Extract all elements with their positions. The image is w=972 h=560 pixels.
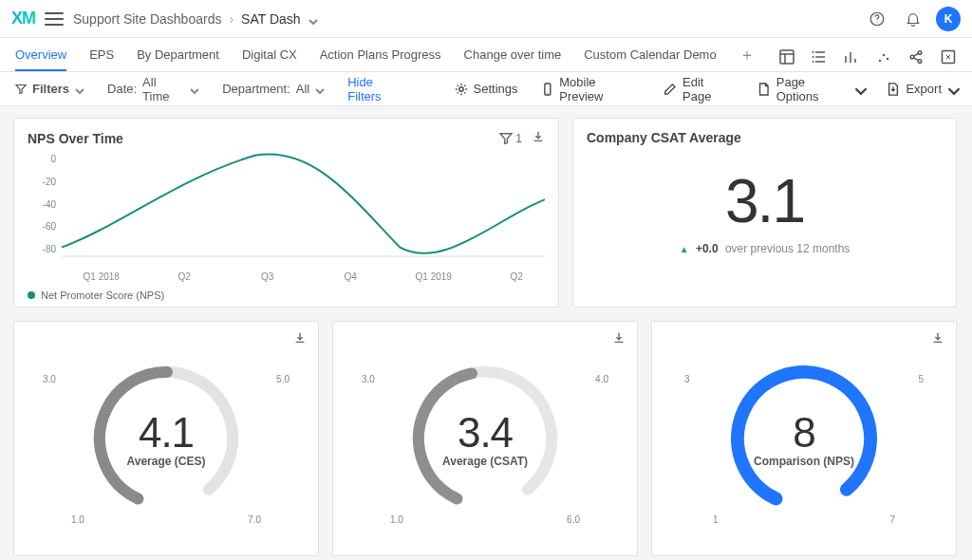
gauge-ces-card: 4.1 Average (CES) 3.0 5.0 1.0 7.0 — [13, 321, 319, 556]
gauge-tick: 1.0 — [390, 514, 403, 525]
list-icon[interactable] — [811, 48, 828, 65]
breadcrumb-parent[interactable]: Support Site Dashboards — [73, 11, 221, 27]
svg-point-10 — [918, 51, 922, 55]
bell-icon[interactable] — [900, 6, 926, 32]
gauge-label: Average (CSAT) — [442, 455, 528, 468]
mobile-preview-button[interactable]: Mobile Preview — [541, 75, 642, 103]
svg-point-15 — [547, 92, 548, 93]
fullscreen-icon[interactable] — [940, 48, 957, 65]
nps-over-time-card: NPS Over Time 1 0 -20 -40 -60 -80 — [13, 118, 559, 308]
tab-action-plans[interactable]: Action Plans Progress — [320, 47, 441, 71]
gauge-tick: 3.0 — [362, 374, 375, 384]
card-title: Company CSAT Average — [587, 130, 741, 145]
svg-point-6 — [879, 60, 881, 62]
top-bar: XM Support Site Dashboards › SAT Dash K — [0, 0, 972, 38]
filters-button[interactable]: Filters — [15, 82, 84, 96]
gauge-tick: 7 — [889, 514, 895, 525]
chevron-down-icon — [75, 84, 84, 94]
card-title: NPS Over Time — [28, 131, 123, 146]
svg-point-4 — [813, 56, 814, 58]
gauge-value: 8 — [754, 409, 854, 457]
csat-average-card: Company CSAT Average 3.1 ▲ +0.0 over pre… — [572, 118, 957, 308]
caret-up-icon: ▲ — [680, 244, 689, 254]
avatar[interactable]: K — [936, 7, 961, 31]
date-filter-value: All Time — [142, 75, 184, 103]
gauge-tick: 6.0 — [567, 514, 580, 525]
download-icon[interactable] — [532, 130, 545, 146]
svg-point-13 — [458, 86, 462, 90]
filter-bar: Filters Date: All Time Department: All H… — [0, 72, 972, 106]
svg-rect-2 — [780, 50, 794, 64]
tab-by-department[interactable]: By Department — [137, 47, 219, 71]
legend-dot-icon — [28, 291, 35, 299]
date-filter[interactable]: Date: All Time — [107, 75, 199, 103]
settings-button[interactable]: Settings — [455, 82, 518, 96]
tab-eps[interactable]: EPS — [89, 47, 114, 71]
gauge-value: 4.1 — [127, 409, 206, 457]
y-axis: 0 -20 -40 -60 -80 — [28, 150, 62, 254]
svg-point-3 — [813, 51, 814, 53]
hide-filters-link[interactable]: Hide Filters — [347, 75, 408, 103]
svg-point-1 — [876, 22, 877, 23]
bar-chart-icon[interactable] — [843, 48, 860, 65]
x-axis: Q1 2018 Q2 Q3 Q4 Q1 2019 Q2 — [60, 266, 558, 282]
tab-custom-calendar[interactable]: Custom Calendar Demo — [584, 47, 716, 71]
gauge-label: Comparison (NPS) — [754, 455, 854, 468]
gauge-row: 4.1 Average (CES) 3.0 5.0 1.0 7.0 3.4 Av… — [13, 321, 957, 556]
department-filter[interactable]: Department: All — [222, 82, 325, 96]
filter-icon[interactable]: 1 — [499, 132, 522, 145]
scatter-icon[interactable] — [875, 48, 892, 65]
svg-point-5 — [813, 61, 814, 63]
gauge-nps-card: 8 Comparison (NPS) 3 5 1 7 — [651, 321, 957, 556]
help-icon[interactable] — [864, 6, 890, 32]
layout-icon[interactable] — [778, 48, 795, 65]
svg-point-8 — [887, 58, 888, 60]
chevron-right-icon: › — [229, 11, 234, 27]
filters-label: Filters — [32, 82, 69, 96]
hamburger-icon[interactable] — [45, 12, 64, 26]
date-filter-label: Date: — [107, 82, 137, 96]
gauge-tick: 3.0 — [43, 374, 56, 384]
dashboard-grid: NPS Over Time 1 0 -20 -40 -60 -80 — [0, 106, 972, 560]
chevron-down-icon — [190, 84, 199, 94]
csat-value: 3.1 — [573, 166, 956, 236]
tab-digital-cx[interactable]: Digital CX — [242, 47, 297, 71]
chevron-down-icon[interactable] — [308, 14, 318, 24]
chevron-down-icon — [315, 84, 325, 94]
share-icon[interactable] — [907, 48, 925, 65]
add-tab-icon[interactable]: ＋ — [739, 46, 755, 71]
gauge-tick: 3 — [684, 374, 690, 384]
chevron-down-icon — [854, 84, 864, 94]
gauge-tick: 4.0 — [595, 374, 608, 384]
chevron-down-icon — [947, 84, 957, 94]
tab-overview[interactable]: Overview — [15, 47, 66, 71]
department-filter-label: Department: — [222, 82, 290, 96]
chart-legend: Net Promoter Score (NPS) — [14, 282, 558, 310]
breadcrumb-current[interactable]: SAT Dash — [241, 11, 301, 27]
nps-line-chart — [62, 150, 545, 258]
svg-point-7 — [883, 54, 885, 56]
gauge-tick: 1 — [713, 514, 719, 525]
gauge-tick: 5.0 — [276, 374, 290, 384]
gauge-csat-card: 3.4 Average (CSAT) 3.0 4.0 1.0 6.0 — [332, 321, 638, 556]
brand-logo: XM — [11, 9, 35, 28]
gauge-value: 3.4 — [442, 409, 528, 457]
breadcrumb: Support Site Dashboards › SAT Dash — [73, 11, 318, 27]
tabs-bar: Overview EPS By Department Digital CX Ac… — [0, 38, 972, 72]
tabs-toolbar — [778, 48, 957, 71]
gauge-tick: 5 — [918, 374, 924, 384]
export-button[interactable]: Export — [887, 82, 957, 96]
tab-change-over-time[interactable]: Change over time — [464, 47, 562, 71]
svg-point-11 — [918, 60, 922, 64]
gauge-tick: 7.0 — [248, 514, 261, 525]
csat-delta: ▲ +0.0 over previous 12 months — [573, 242, 956, 255]
department-filter-value: All — [296, 82, 309, 96]
gauge-tick: 1.0 — [71, 514, 84, 525]
page-options-button[interactable]: Page Options — [757, 75, 864, 103]
gauge-label: Average (CES) — [127, 455, 206, 468]
edit-page-button[interactable]: Edit Page — [664, 75, 735, 103]
